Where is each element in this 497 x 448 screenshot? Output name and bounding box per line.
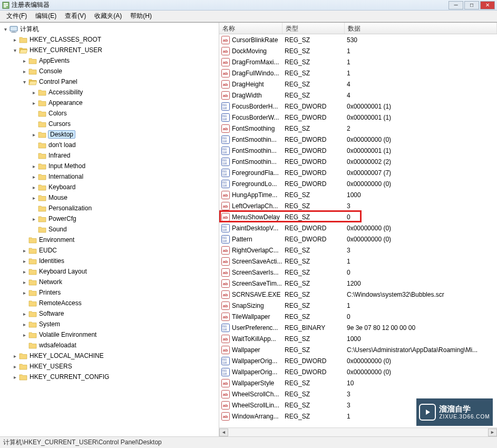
value-row[interactable]: Wallpaper REG_SZ C:\Users\Administrator\… — [219, 344, 497, 355]
tree-hku[interactable]: ▸ HKEY_USERS — [0, 361, 219, 372]
tree-cp-don-t-load[interactable]: don't load — [0, 140, 219, 150]
menu-file[interactable]: 文件(F) — [2, 11, 31, 22]
expander-icon[interactable]: ▸ — [31, 194, 37, 201]
expander-icon[interactable]: ▾ — [12, 47, 18, 53]
tree-hkcu[interactable]: ▾ HKEY_CURRENT_USER — [0, 45, 219, 55]
value-row[interactable]: FontSmoothin... REG_DWORD 0x00000001 (1) — [219, 145, 497, 156]
expander-icon[interactable]: ▸ — [31, 173, 37, 180]
expander-icon[interactable]: ▸ — [21, 279, 27, 285]
value-row[interactable]: DockMoving REG_SZ 1 — [219, 45, 497, 56]
tree-hkcc[interactable]: ▸ HKEY_CURRENT_CONFIG — [0, 372, 219, 382]
tree-volatile[interactable]: ▸ Volatile Environment — [0, 329, 219, 340]
expander-icon[interactable]: ▾ — [2, 26, 8, 32]
value-row[interactable]: TileWallpaper REG_SZ 0 — [219, 311, 497, 322]
value-row[interactable]: LeftOverlapCh... REG_SZ 3 — [219, 200, 497, 211]
value-row[interactable]: ScreenSaverIs... REG_SZ 0 — [219, 267, 497, 278]
maximize-button[interactable]: □ — [464, 1, 479, 9]
tree-cp-appearance[interactable]: ▸ Appearance — [0, 98, 219, 108]
expander-icon[interactable]: ▸ — [12, 353, 18, 359]
tree-keyboard_layout[interactable]: ▸ Keyboard Layout — [0, 266, 219, 277]
expander-icon[interactable]: ▸ — [21, 310, 27, 317]
value-row[interactable]: WheelScrollCh... REG_SZ 3 — [219, 388, 497, 400]
tree-cp-desktop[interactable]: ▸ Desktop — [0, 129, 219, 140]
value-row[interactable]: ScreenSaveTim... REG_SZ 1200 — [219, 278, 497, 289]
tree-cp-personalization[interactable]: Personalization — [0, 203, 219, 213]
expander-icon[interactable]: ▸ — [12, 363, 18, 369]
value-row[interactable]: WallpaperOrig... REG_DWORD 0x00000000 (0… — [219, 355, 497, 366]
tree-appevents[interactable]: ▸ AppEvents — [0, 55, 219, 66]
scroll-left-button[interactable]: ◄ — [219, 428, 228, 436]
expander-icon[interactable]: ▸ — [21, 268, 27, 275]
close-button[interactable]: ✕ — [480, 1, 495, 9]
tree-cp-colors[interactable]: Colors — [0, 108, 219, 119]
scroll-track[interactable] — [228, 428, 488, 436]
expander-icon[interactable]: ▸ — [31, 100, 37, 106]
tree-console[interactable]: ▸ Console — [0, 66, 219, 76]
tree-environment[interactable]: Environment — [0, 235, 219, 245]
value-row[interactable]: ForegroundFla... REG_DWORD 0x00000007 (7… — [219, 167, 497, 178]
value-row[interactable]: DragFullWindo... REG_SZ 1 — [219, 67, 497, 79]
tree-cp-cursors[interactable]: Cursors — [0, 119, 219, 129]
horizontal-scrollbar[interactable]: ◄ ► — [219, 427, 497, 436]
value-row[interactable]: RightOverlapC... REG_SZ 3 — [219, 245, 497, 256]
scroll-right-button[interactable]: ► — [488, 428, 497, 436]
expander-icon[interactable]: ▸ — [12, 36, 18, 43]
expander-icon[interactable]: ▸ — [21, 247, 27, 254]
tree-cp-keyboard[interactable]: ▸ Keyboard — [0, 182, 219, 192]
expander-icon[interactable]: ▸ — [31, 184, 37, 190]
value-row[interactable]: MenuShowDelay REG_SZ 0 — [219, 211, 497, 222]
value-row[interactable]: Pattern REG_DWORD 0x00000000 (0) — [219, 233, 497, 245]
value-row[interactable]: SCRNSAVE.EXE REG_SZ C:\Windows\system32\… — [219, 289, 497, 300]
tree-wdsafeloadat[interactable]: wdsafeloadat — [0, 340, 219, 350]
value-row[interactable]: ForegroundLo... REG_DWORD 0x00000000 (0) — [219, 178, 497, 189]
tree-system[interactable]: ▸ System — [0, 319, 219, 329]
tree-remoteaccess[interactable]: RemoteAccess — [0, 298, 219, 308]
menu-help[interactable]: 帮助(H) — [126, 11, 156, 22]
tree-eudc[interactable]: ▸ EUDC — [0, 245, 219, 256]
expander-icon[interactable]: ▸ — [31, 216, 37, 222]
tree-cp-mouse[interactable]: ▸ Mouse — [0, 192, 219, 203]
tree-hklm[interactable]: ▸ HKEY_LOCAL_MACHINE — [0, 350, 219, 361]
tree-cp-sound[interactable]: Sound — [0, 224, 219, 235]
value-row[interactable]: ScreenSaveActi... REG_SZ 1 — [219, 256, 497, 267]
value-row[interactable]: DragWidth REG_SZ 4 — [219, 90, 497, 101]
value-row[interactable]: FontSmoothin... REG_DWORD 0x00000000 (0) — [219, 134, 497, 145]
value-row[interactable]: FocusBorderH... REG_DWORD 0x00000001 (1) — [219, 101, 497, 112]
expander-icon[interactable]: ▸ — [21, 321, 27, 327]
tree-pane[interactable]: ▾ 计算机 ▸ HKEY_CLASSES_ROOT ▾ HKEY_CURRENT… — [0, 23, 219, 436]
tree-cp-input-method[interactable]: ▸ Input Method — [0, 161, 219, 171]
menu-edit[interactable]: 编辑(E) — [31, 11, 61, 22]
value-row[interactable]: SnapSizing REG_SZ 1 — [219, 300, 497, 311]
menu-favorites[interactable]: 收藏夹(A) — [90, 11, 126, 22]
col-header-name[interactable]: 名称 — [219, 23, 282, 34]
expander-icon[interactable]: ▸ — [12, 374, 18, 380]
tree-hkcr[interactable]: ▸ HKEY_CLASSES_ROOT — [0, 34, 219, 45]
value-row[interactable]: HungAppTime... REG_SZ 1000 — [219, 189, 497, 200]
tree-cp-accessibility[interactable]: ▸ Accessibility — [0, 87, 219, 98]
expander-icon[interactable]: ▸ — [21, 57, 27, 64]
list-body[interactable]: CursorBlinkRate REG_SZ 530 DockMoving RE… — [219, 34, 497, 427]
value-row[interactable]: WallpaperOrig... REG_DWORD 0x00000000 (0… — [219, 366, 497, 377]
value-row[interactable]: FontSmoothing REG_SZ 2 — [219, 123, 497, 134]
menu-view[interactable]: 查看(V) — [61, 11, 90, 22]
value-row[interactable]: FontSmoothin... REG_DWORD 0x00000002 (2) — [219, 156, 497, 167]
expander-icon[interactable]: ▸ — [21, 289, 27, 296]
tree-printers[interactable]: ▸ Printers — [0, 287, 219, 298]
minimize-button[interactable]: ─ — [449, 1, 463, 9]
value-row[interactable]: FocusBorderW... REG_DWORD 0x00000001 (1) — [219, 112, 497, 123]
tree-identities[interactable]: ▸ Identities — [0, 256, 219, 266]
value-row[interactable]: DragFromMaxi... REG_SZ 1 — [219, 56, 497, 67]
col-header-data[interactable]: 数据 — [345, 23, 497, 34]
col-header-type[interactable]: 类型 — [282, 23, 345, 34]
expander-icon[interactable]: ▸ — [21, 68, 27, 74]
value-row[interactable]: WallpaperStyle REG_SZ 10 — [219, 377, 497, 388]
tree-control-panel[interactable]: ▾ Control Panel — [0, 76, 219, 87]
expander-icon[interactable]: ▸ — [21, 332, 27, 338]
expander-icon[interactable]: ▸ — [31, 163, 37, 169]
tree-computer[interactable]: ▾ 计算机 — [0, 24, 219, 34]
value-row[interactable]: PaintDesktopV... REG_DWORD 0x00000000 (0… — [219, 222, 497, 233]
tree-cp-powercfg[interactable]: ▸ PowerCfg — [0, 213, 219, 224]
tree-software[interactable]: ▸ Software — [0, 308, 219, 319]
value-row[interactable]: DragHeight REG_SZ 4 — [219, 79, 497, 90]
expander-icon[interactable]: ▾ — [21, 79, 27, 85]
